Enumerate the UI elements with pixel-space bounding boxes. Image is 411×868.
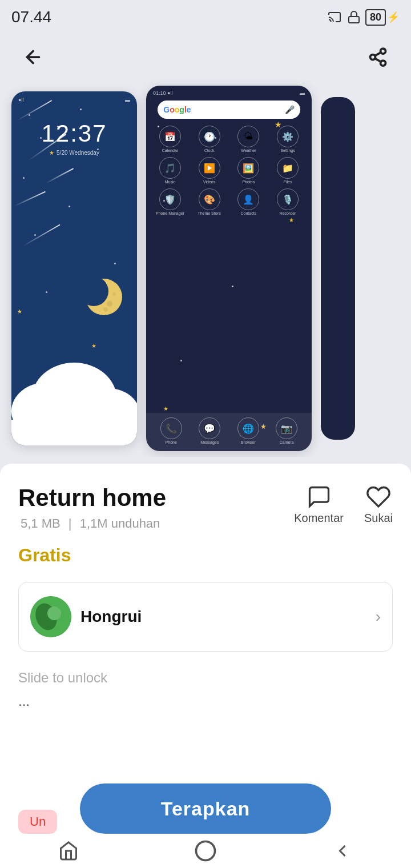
app-recorder[interactable]: 🎙️ Recorder <box>271 188 305 215</box>
homescreen-preview[interactable]: ★ ★ ★ ★ 01:10 ●ll ▬ Google 🎤 📅 Calendar … <box>146 86 312 451</box>
app-calendar[interactable]: 📅 Calendar <box>153 126 188 152</box>
app-photos[interactable]: 🖼️ Photos <box>231 157 266 184</box>
status-bar: 07.44 80 ⚡ <box>0 0 411 34</box>
app-grid-row1: 📅 Calendar 🕐 Clock 🌤 Weather ⚙️ Settings <box>153 126 305 152</box>
lockscreen-preview[interactable]: ★ ★ ★ ★ ★ ★ ●ll ▬ 12:37 ★ 5/20 Wednesday <box>11 91 137 445</box>
top-nav <box>0 34 411 80</box>
nav-home-button[interactable] <box>46 837 91 865</box>
file-size: 5,1 MB <box>21 516 61 531</box>
svg-rect-15 <box>11 420 137 445</box>
description-text: ... <box>18 690 393 712</box>
back-button[interactable] <box>17 41 49 73</box>
app-contacts[interactable]: 👤 Contacts <box>231 188 266 215</box>
app-music[interactable]: 🎵 Music <box>153 157 188 184</box>
app-files[interactable]: 📁 Files <box>271 157 305 184</box>
app-grid-row3: 🛡️ Phone Manager 🎨 Theme Store 👤 Contact… <box>153 188 305 215</box>
battery-indicator: 80 ⚡ <box>365 9 400 26</box>
hs-battery: ▬ <box>300 90 305 96</box>
hs-search-bar[interactable]: Google 🎤 <box>158 101 300 119</box>
app-grid-row2: 🎵 Music ▶️ Videos 🖼️ Photos 📁 Files <box>153 157 305 184</box>
ls-date: ★ 5/20 Wednesday <box>49 150 99 156</box>
dock-icons: 📞 Phone 💬 Messages 🌐 Browser 📷 Camera <box>146 417 312 444</box>
bottom-tag-pill: Un <box>18 810 57 834</box>
svg-line-6 <box>375 53 381 56</box>
apply-button[interactable]: Terapkan <box>80 783 331 834</box>
creator-card[interactable]: Hongrui › <box>18 582 393 652</box>
battery-level: 80 <box>365 9 386 26</box>
svg-point-10 <box>112 292 116 296</box>
nav-back-button[interactable] <box>320 837 365 865</box>
creator-name: Hongrui <box>80 608 366 626</box>
app-theme-store[interactable]: 🎨 Theme Store <box>192 188 227 215</box>
app-settings[interactable]: ⚙️ Settings <box>271 126 305 152</box>
hs-dock: 📞 Phone 💬 Messages 🌐 Browser 📷 Camera <box>146 413 312 451</box>
app-clock[interactable]: 🕐 Clock <box>192 126 227 152</box>
svg-point-19 <box>196 842 215 861</box>
ls-status-battery: ▬ <box>125 97 130 103</box>
chevron-right-icon: › <box>376 608 381 626</box>
svg-point-11 <box>103 307 108 312</box>
description-title: Slide to unlock <box>18 670 393 686</box>
description-section: Slide to unlock ... <box>18 670 393 712</box>
ls-time: 12:37 <box>41 120 107 147</box>
app-phone-manager[interactable]: 🛡️ Phone Manager <box>153 188 188 215</box>
hs-status-bar: 01:10 ●ll ▬ <box>146 86 312 96</box>
download-count: 1,1M unduhan <box>80 516 160 531</box>
mic-icon: 🎤 <box>285 105 295 114</box>
svg-point-18 <box>47 606 61 620</box>
nav-circle-button[interactable] <box>183 837 228 865</box>
cloud-decoration <box>11 331 137 445</box>
google-logo: Google <box>163 105 191 114</box>
preview-carousel: ★ ★ ★ ★ ★ ★ ●ll ▬ 12:37 ★ 5/20 Wednesday <box>0 80 411 457</box>
svg-rect-1 <box>349 17 359 23</box>
charging-icon: ⚡ <box>387 11 400 23</box>
dock-camera[interactable]: 📷 Camera <box>276 417 297 444</box>
tag-label: Un <box>30 814 46 829</box>
lock-icon <box>347 10 361 24</box>
ls-status-bar: ●ll ▬ <box>11 91 137 103</box>
status-icons: 80 ⚡ <box>327 9 400 26</box>
creator-avatar <box>30 596 71 637</box>
apply-button-container: Terapkan <box>80 783 331 834</box>
share-button[interactable] <box>362 41 394 73</box>
app-weather[interactable]: 🌤 Weather <box>231 126 266 152</box>
status-time: 07.44 <box>11 8 51 26</box>
price-tag: Gratis <box>18 545 393 566</box>
like-button[interactable]: Sukai <box>364 484 393 525</box>
dock-browser[interactable]: 🌐 Browser <box>237 417 259 444</box>
ls-date-text: 5/20 Wednesday <box>57 150 99 156</box>
svg-line-5 <box>375 58 381 62</box>
moon-decoration <box>80 274 126 320</box>
dock-messages[interactable]: 💬 Messages <box>199 417 220 444</box>
bottom-tag: Un <box>18 810 57 834</box>
actions-row: Komentar Sukai <box>294 484 393 525</box>
ls-status-signal: ●ll <box>18 97 23 103</box>
app-videos[interactable]: ▶️ Videos <box>192 157 227 184</box>
bottom-nav <box>0 834 411 868</box>
partial-card <box>321 97 355 440</box>
comment-label: Komentar <box>294 512 344 525</box>
cast-icon <box>327 10 342 24</box>
like-label: Sukai <box>364 512 393 525</box>
svg-point-9 <box>107 301 112 307</box>
svg-point-8 <box>80 276 108 306</box>
dock-phone[interactable]: 📞 Phone <box>160 417 182 444</box>
comment-button[interactable]: Komentar <box>294 484 344 525</box>
hs-time: 01:10 ●ll <box>153 90 172 96</box>
